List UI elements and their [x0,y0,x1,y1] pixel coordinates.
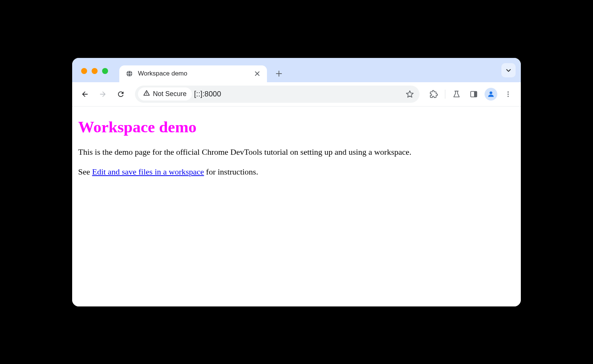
url-text: [::]:8000 [194,90,401,98]
security-label: Not Secure [153,90,187,98]
paragraph-text: for instructions. [204,167,258,176]
profile-button[interactable] [483,87,498,102]
close-tab-button[interactable] [254,70,261,77]
new-tab-button[interactable] [272,67,286,80]
svg-point-9 [146,94,147,95]
svg-point-13 [507,91,508,92]
page-paragraph-1: This is the demo page for the official C… [78,146,515,158]
tab-strip: Workspace demo [72,58,521,82]
close-window-button[interactable] [81,68,87,74]
maximize-window-button[interactable] [102,68,108,74]
page-content: Workspace demo This is the demo page for… [72,107,521,306]
svg-point-14 [507,93,508,95]
tutorial-link[interactable]: Edit and save files in a workspace [92,167,204,176]
page-heading: Workspace demo [78,118,515,136]
tab-title: Workspace demo [138,70,249,77]
avatar [485,88,497,101]
window-controls [81,68,108,74]
menu-button[interactable] [501,87,516,102]
forward-button[interactable] [95,87,110,102]
address-bar[interactable]: Not Secure [::]:8000 [135,86,420,103]
toolbar: Not Secure [::]:8000 [72,82,521,107]
toolbar-actions [426,87,516,102]
minimize-window-button[interactable] [92,68,98,74]
side-panel-button[interactable] [466,87,481,102]
warning-icon [143,90,150,98]
tab-search-button[interactable] [501,63,516,77]
reload-button[interactable] [113,87,128,102]
toolbar-divider [445,90,445,99]
labs-button[interactable] [449,87,464,102]
back-button[interactable] [77,87,92,102]
extensions-button[interactable] [426,87,441,102]
browser-window: Workspace demo [72,58,521,306]
svg-point-12 [489,91,492,94]
svg-rect-11 [474,91,477,97]
bookmark-button[interactable] [403,87,417,101]
svg-point-15 [507,96,508,97]
paragraph-text: See [78,167,92,176]
globe-icon [125,70,133,78]
browser-tab[interactable]: Workspace demo [119,65,267,82]
page-paragraph-2: See Edit and save files in a workspace f… [78,166,515,178]
security-chip[interactable]: Not Secure [138,87,192,101]
